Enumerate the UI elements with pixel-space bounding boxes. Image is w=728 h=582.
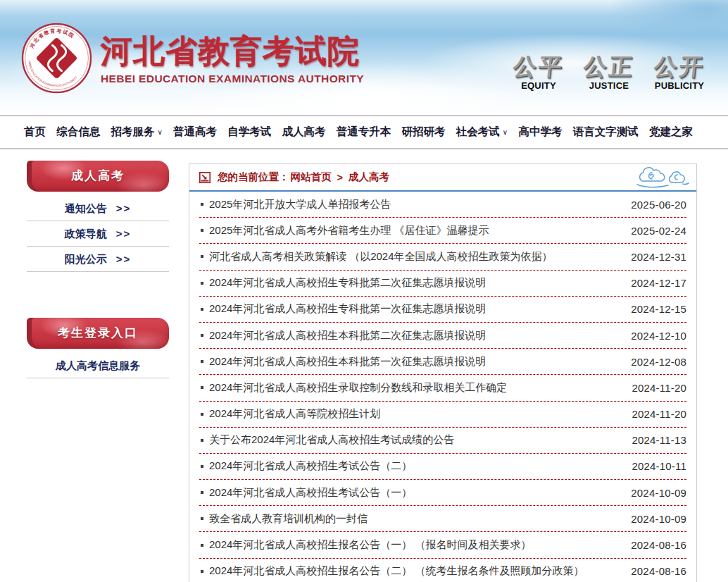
nav-item-label: 高中学考 xyxy=(518,125,562,137)
nav-item-label: 招考服务 xyxy=(111,125,155,137)
news-title-link[interactable]: 关于公布2024年河北省成人高校招生考试成绩的公告 xyxy=(209,433,454,447)
sidebar-menu-item[interactable]: 政策导航>> xyxy=(27,221,169,247)
nav-item[interactable]: 首页 xyxy=(24,125,46,140)
news-date: 2024-10-11 xyxy=(622,460,686,472)
breadcrumb: 您的当前位置： 网站首页 > 成人高考 xyxy=(189,164,696,192)
news-list: 2025年河北开放大学成人单招报考公告 2025-06-20 2025年河北省成… xyxy=(189,192,696,582)
bullet-icon xyxy=(201,386,203,389)
motto-english: PUBLICITY xyxy=(652,80,707,91)
breadcrumb-prefix: 您的当前位置： xyxy=(218,171,289,184)
news-title-link[interactable]: 2024年河北省成人高等院校招生计划 xyxy=(209,407,380,421)
news-row: 2024年河北省成人高校招生录取控制分数线和录取相关工作确定 2024-11-2… xyxy=(199,375,686,401)
news-title-link[interactable]: 2024年河北省成人高校招生报名公告（二） （统考生报名条件及照顾加分政策） xyxy=(209,564,584,578)
sidebar-menu-item[interactable]: 通知公告>> xyxy=(27,196,169,221)
nav-item[interactable]: 社会考试∨ xyxy=(456,125,508,140)
nav-item[interactable]: 综合信息 xyxy=(56,125,100,140)
nav-item[interactable]: 语言文字测试 xyxy=(573,125,639,140)
news-row: 2025年河北开放大学成人单招报考公告 2025-06-20 xyxy=(199,192,686,218)
bullet-icon xyxy=(201,570,203,573)
news-title-link[interactable]: 2024年河北省成人高校招生报名公告（一） （报名时间及相关要求） xyxy=(209,538,532,552)
news-title-link[interactable]: 2024年河北省成人高校招生专科批第一次征集志愿填报说明 xyxy=(209,302,486,316)
chevron-down-icon: ∨ xyxy=(503,128,508,136)
motto: 公正 JUSTICE xyxy=(582,55,636,91)
bullet-icon xyxy=(201,517,203,520)
news-row: 河北省成人高考相关政策解读 （以2024年全国成人高校招生政策为依据） 2024… xyxy=(199,244,686,270)
bullet-icon xyxy=(201,334,203,337)
nav-item-label: 首页 xyxy=(24,125,46,137)
breadcrumb-current-link[interactable]: 成人高考 xyxy=(349,171,389,184)
bullet-icon xyxy=(201,203,203,206)
news-row: 2024年河北省成人高等院校招生计划 2024-11-20 xyxy=(199,402,686,428)
content-area: 成人高考 通知公告>> 政策导航>> 阳光公示>> 考生登录入口 成人高考信息服… xyxy=(0,149,728,582)
nav-item-label: 成人高考 xyxy=(282,125,326,137)
sidebar-menu-login: 成人高考信息服务 xyxy=(27,353,169,378)
nav-item[interactable]: 招考服务∨ xyxy=(111,125,163,140)
sidebar: 成人高考 通知公告>> 政策导航>> 阳光公示>> 考生登录入口 成人高考信息服… xyxy=(27,161,169,378)
sidebar-section-title-login: 考生登录入口 xyxy=(27,318,169,349)
bullet-icon xyxy=(201,439,203,442)
sidebar-menu-item[interactable]: 阳光公示>> xyxy=(27,247,169,272)
sidebar-item-label: 政策导航 xyxy=(65,228,107,240)
double-arrow-icon: >> xyxy=(116,253,132,265)
motto-chinese: 公平 xyxy=(510,55,567,78)
site-title-block: 河北省教育考试院 HEBEI EDUCATION EXAMINATIONS AU… xyxy=(101,35,364,85)
motto-chinese: 公正 xyxy=(580,55,637,78)
main-nav: 首页 综合信息 招考服务∨ 普通高考 自学考试 成人高考 普通专升本 研招研考 … xyxy=(0,115,728,149)
news-date: 2024-12-31 xyxy=(621,251,686,263)
news-row: 2025年河北省成人高考外省籍考生办理 《居住证》温馨提示 2025-02-24 xyxy=(199,218,686,244)
news-title-link[interactable]: 2025年河北开放大学成人单招报考公告 xyxy=(209,198,391,211)
sidebar-item-label: 阳光公示 xyxy=(65,253,107,265)
bullet-icon xyxy=(201,360,203,363)
news-title-link[interactable]: 2024年河北省成人高校招生考试公告（一） xyxy=(209,486,412,500)
breadcrumb-separator: > xyxy=(337,172,343,183)
news-date: 2024-12-17 xyxy=(621,277,686,289)
nav-item[interactable]: 高中学考 xyxy=(518,125,562,140)
nav-item-label: 研招研考 xyxy=(402,125,446,137)
nav-item-label: 普通高考 xyxy=(173,125,217,137)
news-row: 2024年河北省成人高校招生本科批第一次征集志愿填报说明 2024-12-08 xyxy=(199,349,686,375)
content-panel: 您的当前位置： 网站首页 > 成人高考 xyxy=(189,163,697,582)
news-title-link[interactable]: 2025年河北省成人高考外省籍考生办理 《居住证》温馨提示 xyxy=(209,224,489,237)
auspicious-cloud-decoration xyxy=(634,165,691,189)
site-logo-seal[interactable]: 河北省教育考试院 HEBEI EDUCATION EXAMINATIONS AU… xyxy=(21,23,92,94)
news-title-link[interactable]: 2024年河北省成人高校招生本科批第一次征集志愿填报说明 xyxy=(209,355,486,369)
sidebar-section-title-chengrengaokao: 成人高考 xyxy=(27,161,169,192)
nav-item-label: 党建之家 xyxy=(649,125,693,137)
news-title-link[interactable]: 2024年河北省成人高校招生考试公告（二） xyxy=(209,459,412,473)
nav-item[interactable]: 自学考试 xyxy=(227,125,271,140)
news-date: 2025-06-20 xyxy=(621,199,686,211)
news-title-link[interactable]: 河北省成人高考相关政策解读 （以2024年全国成人高校招生政策为依据） xyxy=(209,250,553,264)
news-title-link[interactable]: 2024年河北省成人高校招生专科批第二次征集志愿填报说明 xyxy=(209,276,486,290)
bullet-icon xyxy=(201,544,203,547)
news-date: 2024-11-20 xyxy=(622,382,686,394)
news-title-link[interactable]: 2024年河北省成人高校招生本科批第二次征集志愿填报说明 xyxy=(209,329,486,342)
nav-item-label: 社会考试 xyxy=(456,125,500,137)
news-date: 2024-12-10 xyxy=(621,330,686,342)
bullet-icon xyxy=(201,308,203,311)
motto: 公开 PUBLICITY xyxy=(652,55,707,91)
news-title-link[interactable]: 致全省成人教育培训机构的一封信 xyxy=(209,512,368,526)
nav-item[interactable]: 党建之家 xyxy=(649,125,693,140)
sidebar-item-label: 成人高考信息服务 xyxy=(56,359,140,371)
news-date: 2024-11-20 xyxy=(622,408,686,420)
nav-item[interactable]: 研招研考 xyxy=(402,125,446,140)
nav-item[interactable]: 普通专升本 xyxy=(337,125,391,140)
motto-english: EQUITY xyxy=(511,80,566,91)
nav-item[interactable]: 普通高考 xyxy=(173,125,217,140)
bullet-icon xyxy=(201,229,203,232)
motto-english: JUSTICE xyxy=(582,80,636,91)
news-date: 2025-02-24 xyxy=(621,225,686,237)
news-title-link[interactable]: 2024年河北省成人高校招生录取控制分数线和录取相关工作确定 xyxy=(209,381,507,395)
location-arrow-icon xyxy=(199,172,211,183)
news-date: 2024-10-09 xyxy=(621,513,686,525)
news-row: 2024年河北省成人高校招生专科批第一次征集志愿填报说明 2024-12-15 xyxy=(199,297,686,323)
bullet-icon xyxy=(201,465,203,468)
news-row: 2024年河北省成人高校招生本科批第二次征集志愿填报说明 2024-12-10 xyxy=(199,323,686,349)
nav-item[interactable]: 成人高考 xyxy=(282,125,326,140)
news-date: 2024-12-15 xyxy=(621,303,686,315)
nav-item-label: 普通专升本 xyxy=(337,125,391,137)
bullet-icon xyxy=(201,491,203,494)
sidebar-menu-item[interactable]: 成人高考信息服务 xyxy=(27,353,169,378)
breadcrumb-home-link[interactable]: 网站首页 xyxy=(291,171,332,184)
bullet-icon xyxy=(201,255,203,258)
